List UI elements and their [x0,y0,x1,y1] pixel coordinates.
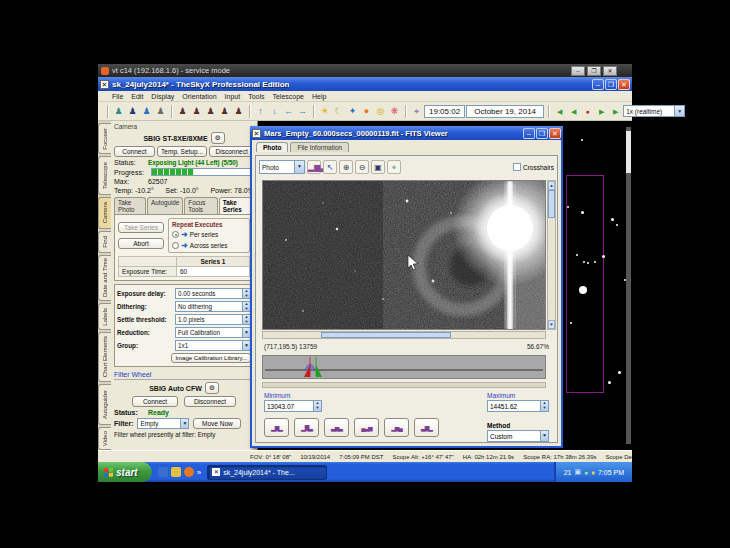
histogram-icon[interactable]: ▂▆▃ [307,160,321,174]
spinner-icon[interactable]: ▲▼ [242,315,250,324]
image-vscroll-thumb[interactable] [548,190,555,218]
scroll-down-icon[interactable]: ▼ [548,320,555,329]
settle-threshold-field[interactable]: 1.0 pixels▲▼ [175,314,251,325]
camera-tab-take-photo[interactable]: Take Photo [114,197,146,214]
time-skip-back-icon[interactable]: ◀ [553,105,566,118]
filter-select[interactable]: Empty▼ [137,418,189,429]
pointer-icon[interactable]: ↖ [323,160,337,174]
exposure-delay-field[interactable]: 0.00 seconds▲▼ [175,288,251,299]
dock-tab-autoguider[interactable]: Autoguider [98,384,111,425]
zoom-finder-icon[interactable]: ♟ [140,105,153,118]
zoom-in-icon[interactable]: ⊕ [339,160,353,174]
theskyx-close-button[interactable]: ✕ [618,79,630,90]
quick-launch-app-1-icon[interactable] [158,467,168,477]
camera-disconnect-button[interactable]: Disconnect [209,146,254,157]
reduction-select[interactable]: Full Calibration▼ [175,327,251,338]
exposure-time-value[interactable]: 60 [177,267,250,277]
stretch-preset-3-button[interactable]: ▃▅▃ [324,418,349,437]
dock-tab-camera[interactable]: Camera [98,197,111,230]
quick-launch-app-2-icon[interactable] [184,467,194,477]
zoom-binoculars-icon[interactable]: ♟ [126,105,139,118]
sun-icon[interactable]: ☀ [318,105,331,118]
pan-left-icon[interactable]: ← [282,105,295,118]
zoom-naked-eye-icon[interactable]: ♟ [112,105,125,118]
clock-time[interactable]: 19:05:02 [424,105,465,118]
zoom-out-icon[interactable]: ⊖ [355,160,369,174]
theskyx-minimize-button[interactable]: – [592,79,604,90]
vnc-maximize-button[interactable]: ❐ [587,66,601,76]
filter-wheel-header[interactable]: Filter Wheel [114,371,254,380]
tray-display-icon[interactable]: ▣ [574,468,581,476]
fits-mode-select[interactable]: Photo ▼ [259,160,305,174]
camera-settings-gear-icon[interactable]: ⚙ [211,132,225,144]
stretch-histogram[interactable] [262,355,546,379]
fits-tab-photo[interactable]: Photo [256,142,288,152]
time-stop-icon[interactable]: ● [581,105,594,118]
camera-tab-take-series[interactable]: Take Series [219,197,253,214]
telescope-crosshair-icon[interactable]: ⌖ [410,105,423,118]
stretch-preset-1-button[interactable]: ▂▆▂ [264,418,289,437]
dock-tab-find[interactable]: Find [98,231,111,252]
fits-minimize-button[interactable]: – [523,128,535,139]
dithering-field[interactable]: No dithering▲▼ [175,301,251,312]
theskyx-maximize-button[interactable]: ❐ [605,79,617,90]
menu-orientation[interactable]: Orientation [182,93,216,100]
theskyx-titlebar[interactable]: ✕ sk_24july2014* - TheSkyX Professional … [98,77,632,91]
zoom-eyepiece-icon[interactable]: ♟ [154,105,167,118]
camera-temp-setup-button[interactable]: Temp. Setup... [157,146,207,157]
vnc-titlebar[interactable]: vt c14 (192.168.1.6) - service mode – ❐ … [98,64,632,77]
planet-icon[interactable]: ● [360,105,373,118]
dock-tab-video[interactable]: Video [98,427,111,450]
menu-tools[interactable]: Tools [248,93,264,100]
quick-launch-overflow-chevron[interactable]: » [197,468,201,477]
tray-volume-icon[interactable]: ♦ [591,469,595,476]
time-play-icon[interactable]: ▶ [609,105,622,118]
look-west-icon[interactable]: ♟ [218,105,231,118]
fits-titlebar[interactable]: ✕ Mars_Empty_60.000secs_00000119.fit - F… [250,126,563,140]
menu-telescope[interactable]: Telescope [272,93,304,100]
time-rate-select[interactable]: 1x (realtime) ▼ [623,105,685,117]
pan-right-icon[interactable]: → [296,105,309,118]
look-north-icon[interactable]: ♟ [176,105,189,118]
menu-edit[interactable]: Edit [131,93,143,100]
chart-scrollbar-thumb[interactable] [626,131,631,173]
dock-tab-focuser[interactable]: Focuser [98,123,111,154]
tray-clock[interactable]: 7:05 PM [598,469,624,476]
menu-display[interactable]: Display [151,93,174,100]
histogram-scrollbar[interactable] [262,382,546,388]
orbit-icon[interactable]: ◎ [374,105,387,118]
maximum-field[interactable]: 14451.62 ▲▼ [487,400,549,412]
dock-tab-chart-elements[interactable]: Chart Elements [98,332,111,382]
take-series-button[interactable]: Take Series [118,222,164,233]
comet-icon[interactable]: ✦ [346,105,359,118]
scroll-up-icon[interactable]: ▲ [548,181,555,190]
fits-close-button[interactable]: ✕ [549,128,561,139]
taskbar-item-theskyx[interactable]: ✕ sk_24july2014* - The... [207,465,327,480]
method-select[interactable]: Custom ▼ [487,430,549,442]
time-step-forward-icon[interactable]: ▶ [595,105,608,118]
tray-network-icon[interactable]: ● [584,469,588,476]
camera-tab-autoguide[interactable]: Autoguide [147,197,183,214]
dock-tab-labels[interactable]: Labels [98,303,111,330]
crosshair-tool-icon[interactable]: ⌖ [387,160,401,174]
abort-button[interactable]: Abort [118,238,164,249]
start-button[interactable]: start [98,462,152,482]
zoom-fit-icon[interactable]: ▣ [371,160,385,174]
stretch-preset-4-button[interactable]: ▄▃▅ [354,418,379,437]
fits-tab-file-information[interactable]: File Information [290,142,349,152]
spinner-icon[interactable]: ▲▼ [242,289,250,298]
moon-icon[interactable]: ☾ [332,105,345,118]
spinner-icon[interactable]: ▲▼ [242,302,250,311]
filter-wheel-settings-gear-icon[interactable]: ⚙ [205,382,219,394]
vnc-close-button[interactable]: ✕ [603,66,617,76]
stretch-preset-6-button[interactable]: ▃▆▂ [414,418,439,437]
menu-input[interactable]: Input [225,93,241,100]
filter-wheel-disconnect-button[interactable]: Disconnect [184,396,236,407]
dock-tab-telescope[interactable]: Telescope [98,156,111,195]
clock-date[interactable]: October 19, 2014 [466,105,544,118]
deep-sky-icon[interactable]: ❋ [388,105,401,118]
image-hscroll-thumb[interactable] [321,332,451,338]
stretch-preset-5-button[interactable]: ▂▅▄ [384,418,409,437]
time-step-back-icon[interactable]: ◀ [567,105,580,118]
menu-help[interactable]: Help [312,93,326,100]
